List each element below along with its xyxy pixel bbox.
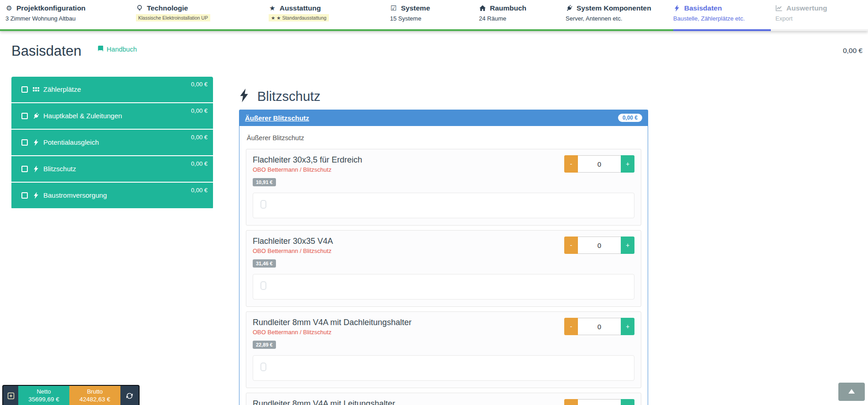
decrement-button[interactable]: - [564,237,578,254]
quantity-stepper: - + [564,237,634,254]
category-checkbox[interactable] [21,166,28,172]
page-header: Basisdaten Handbuch 0,00 € [0,31,868,63]
nav-step-title: Basisdaten [673,4,745,12]
nav-step-technologie[interactable]: Technologie Klassische Elektroinstallati… [136,4,210,21]
nav-step-raumbuch[interactable]: Raumbuch 24 Räume [479,4,526,22]
product-option-box[interactable] [253,355,634,381]
quantity-input[interactable] [578,155,621,173]
quantity-input[interactable] [578,399,621,405]
product-option-box[interactable] [253,274,634,300]
page-total: 0,00 € [843,47,863,55]
top-navigation: ⚙ Projektkonfiguration 3 Zimmer Wohnung … [0,0,868,31]
product-name: Flachleiter 30x3,5 für Erdreich [253,155,362,165]
nav-step-subtitle: Server, Antennen etc. [566,15,651,22]
empty-option-icon [260,281,266,290]
nav-step-title: Raumbuch [479,4,526,12]
nav-step-label: Projektkonfiguration [16,4,86,12]
category-checkbox[interactable] [21,139,28,146]
bolt-icon [239,89,249,104]
product-price-badge: 31,46 € [253,259,276,268]
nav-step-label: System Komponenten [577,4,651,12]
nav-step-subtitle: Export [775,15,827,22]
quantity-input[interactable] [578,237,621,254]
refresh-icon [126,392,133,401]
product-card: Flachleiter 30x35 V4A OBO Bettermann / B… [246,230,641,307]
blitzschutz-panel: Äußerer Blitzschutz 0,00 € Äußerer Blitz… [239,110,648,405]
increment-button[interactable]: + [621,237,634,254]
category-sidebar: Zählerplätze 0,00 € Hauptkabel & Zuleitu… [11,77,213,209]
page-title: Basisdaten [11,43,81,59]
increment-button[interactable]: + [621,399,634,405]
netto-total: Netto 35699,69 € [18,386,69,405]
product-name: Flachleiter 30x35 V4A [253,237,333,246]
sidebar-item-hauptkabel-zuleitungen[interactable]: Hauptkabel & Zuleitungen 0,00 € [11,103,213,129]
handbuch-link[interactable]: Handbuch [97,45,137,53]
quantity-stepper: - + [564,399,634,405]
nav-step-title: System Komponenten [566,4,651,12]
gears-icon: ⚙ [5,5,13,12]
nav-step-title: ★ Ausstattung [269,4,329,12]
nav-step-basisdaten[interactable]: Basisdaten Baustelle, Zählerplätze etc. [673,4,745,22]
nav-step-subtitle: 24 Räume [479,15,526,22]
decrement-button[interactable]: - [564,399,578,405]
quantity-stepper: - + [564,155,634,173]
panel-header: Äußerer Blitzschutz 0,00 € [239,110,648,126]
bolt-icon [32,192,40,200]
lightbulb-icon [136,5,143,12]
nav-step-subtitle: Klassische Elektroinstallation UP [136,14,210,21]
star-icon: ★ [269,5,276,12]
panel-description: Äußerer Blitzschutz [247,134,641,142]
category-checkbox[interactable] [21,86,28,93]
nav-step-projektkonfiguration[interactable]: ⚙ Projektkonfiguration 3 Zimmer Wohnung … [5,4,86,22]
progress-segment-completed [0,29,673,31]
nav-step-auswertung[interactable]: Auswertung Export [775,4,827,22]
add-position-button[interactable] [3,386,18,405]
product-card: Flachleiter 30x3,5 für Erdreich OBO Bett… [246,149,641,226]
quantity-input[interactable] [578,318,621,335]
section-heading: Blitzschutz [257,89,321,104]
sidebar-item-baustromversorgung[interactable]: Baustromversorgung 0,00 € [11,183,213,208]
plug-icon [566,5,573,12]
nav-step-title: Technologie [136,4,210,12]
empty-option-icon [260,363,266,371]
product-card: Rundleiter 8mm V4A mit Leitungshalter - … [246,393,641,405]
nav-step-ausstattung[interactable]: ★ Ausstattung ★ ★ Standardausstattung [269,4,329,21]
main-content: Blitzschutz Äußerer Blitzschutz 0,00 € Ä… [239,63,648,405]
nav-step-label: Ausstattung [280,4,321,12]
brutto-total: Brutto 42482,63 € [69,386,120,405]
product-option-box[interactable] [253,193,634,218]
nav-step-system-komponenten[interactable]: System Komponenten Server, Antennen etc. [566,4,651,22]
bolt-icon [32,165,40,173]
nav-step-label: Technologie [147,4,188,12]
category-price: 0,00 € [191,187,208,194]
refresh-button[interactable] [120,386,139,405]
product-name: Rundleiter 8mm V4A mit Leitungshalter [253,399,395,405]
category-label: Blitzschutz [43,156,76,182]
category-label: Hauptkabel & Zuleitungen [43,103,122,129]
product-price-badge: 10,91 € [253,178,276,186]
category-price: 0,00 € [191,160,208,167]
sidebar-item-blitzschutz[interactable]: Blitzschutz 0,00 € [11,156,213,182]
nav-step-systeme[interactable]: ☑ Systeme 15 Systeme [390,4,430,22]
panel-title-link[interactable]: Äußerer Blitzschutz [245,114,309,122]
category-checkbox[interactable] [21,192,28,199]
decrement-button[interactable]: - [564,155,578,173]
bolt-icon [673,5,681,12]
sidebar-item-potentialausgleich[interactable]: Potentialausgleich 0,00 € [11,130,213,155]
nav-step-label: Auswertung [786,4,827,12]
sidebar-item-z-hlerpl-tze[interactable]: Zählerplätze 0,00 € [11,77,213,102]
quantity-stepper: - + [564,318,634,335]
arrow-up-icon [848,389,855,395]
category-label: Zählerplätze [43,77,81,102]
decrement-button[interactable]: - [564,318,578,335]
nav-step-label: Systeme [401,4,430,12]
nav-step-title: Auswertung [775,4,827,12]
increment-button[interactable]: + [621,155,634,173]
category-checkbox[interactable] [21,113,28,119]
increment-button[interactable]: + [621,318,634,335]
chart-line-icon [775,5,783,12]
product-manufacturer: OBO Bettermann / Blitzschutz [253,247,333,254]
scroll-to-top-button[interactable] [838,383,865,401]
category-label: Baustromversorgung [43,183,107,208]
totals-widget: Netto 35699,69 € Brutto 42482,63 € [2,385,140,405]
